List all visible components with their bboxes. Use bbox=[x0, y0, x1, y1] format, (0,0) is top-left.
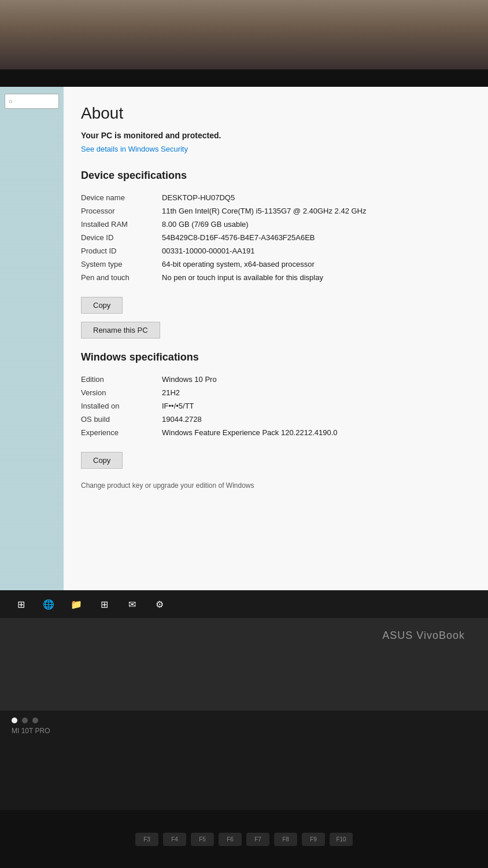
spec-label: Device ID bbox=[81, 231, 162, 244]
spec-value: Windows 10 Pro bbox=[162, 373, 465, 386]
keyboard-key[interactable]: F8 bbox=[274, 833, 297, 846]
spec-label: Pen and touch bbox=[81, 271, 162, 284]
page-title: About bbox=[81, 104, 465, 123]
camera-palm-area bbox=[0, 653, 488, 711]
phone-model-text: MI 10T PRO bbox=[12, 727, 50, 735]
asus-branding-bar: ASUS VivoBook bbox=[0, 618, 488, 653]
table-row: Device ID54B429C8-D16F-4576-B4E7-A3463F2… bbox=[81, 231, 465, 244]
windows-specs-table: EditionWindows 10 ProVersion21H2Installe… bbox=[81, 373, 465, 439]
store-icon[interactable]: ⊞ bbox=[95, 595, 113, 613]
table-row: OS build19044.2728 bbox=[81, 413, 465, 426]
table-row: ExperienceWindows Feature Experience Pac… bbox=[81, 426, 465, 439]
sidebar-search-box[interactable]: ○ bbox=[5, 94, 59, 109]
mail-icon[interactable]: ✉ bbox=[123, 595, 141, 613]
asus-brand-text: ASUS VivoBook bbox=[382, 630, 465, 642]
rename-pc-button[interactable]: Rename this PC bbox=[81, 322, 160, 339]
main-content: About Your PC is monitored and protected… bbox=[64, 87, 488, 590]
black-bar bbox=[0, 69, 488, 87]
device-specs-table: Device nameDESKTOP-HU07DQ5Processor11th … bbox=[81, 191, 465, 284]
windows-specs-title: Windows specifications bbox=[81, 351, 465, 363]
bottom-link[interactable]: Change product key or upgrade your editi… bbox=[81, 481, 465, 490]
sidebar: ○ bbox=[0, 87, 64, 590]
spec-value: IF••/•5/TT bbox=[162, 399, 465, 413]
keyboard-key[interactable]: F10 bbox=[330, 833, 353, 846]
edge-icon[interactable]: 🌐 bbox=[39, 595, 58, 613]
spec-value: 8.00 GB (7/69 GB usable) bbox=[162, 218, 465, 231]
keyboard-key[interactable]: F3 bbox=[135, 833, 158, 846]
spec-label: Device name bbox=[81, 191, 162, 204]
spec-label: OS build bbox=[81, 413, 162, 426]
table-row: Version21H2 bbox=[81, 386, 465, 399]
keyboard-key[interactable]: F6 bbox=[219, 833, 242, 846]
windows-screen: ○ About Your PC is monitored and protect… bbox=[0, 87, 488, 590]
keyboard-key[interactable]: F7 bbox=[246, 833, 269, 846]
spec-label: Edition bbox=[81, 373, 162, 386]
settings-icon[interactable]: ⚙ bbox=[150, 595, 169, 613]
table-row: Processor11th Gen Intel(R) Core(TM) i5-1… bbox=[81, 204, 465, 218]
keyboard-key[interactable]: F5 bbox=[191, 833, 214, 846]
table-row: Installed RAM8.00 GB (7/69 GB usable) bbox=[81, 218, 465, 231]
copy-device-button[interactable]: Copy bbox=[81, 297, 123, 314]
spec-label: Installed RAM bbox=[81, 218, 162, 231]
photo-background bbox=[0, 0, 488, 69]
windows-buttons: Copy bbox=[81, 446, 465, 472]
search-icon: ○ bbox=[9, 98, 13, 105]
spec-value: 54B429C8-D16F-4576-B4E7-A3463F25A6EB bbox=[162, 231, 465, 244]
spec-label: Installed on bbox=[81, 399, 162, 413]
spec-label: Processor bbox=[81, 204, 162, 218]
spec-value: No pen or touch input is available for t… bbox=[162, 271, 465, 284]
spec-label: System type bbox=[81, 258, 162, 271]
table-row: EditionWindows 10 Pro bbox=[81, 373, 465, 386]
keyboard-row: F3F4F5F6F7F8F9F10 bbox=[0, 810, 488, 868]
phone-camera-dots bbox=[12, 718, 38, 723]
table-row: Installed onIF••/•5/TT bbox=[81, 399, 465, 413]
spec-label: Product ID bbox=[81, 244, 162, 258]
explorer-icon[interactable]: 📁 bbox=[67, 595, 86, 613]
table-row: Product ID00331-10000-00001-AA191 bbox=[81, 244, 465, 258]
spec-label: Version bbox=[81, 386, 162, 399]
phone-bottom-area: MI 10T PRO bbox=[0, 711, 488, 810]
copy-windows-button[interactable]: Copy bbox=[81, 452, 123, 469]
spec-value: 19044.2728 bbox=[162, 413, 465, 426]
spec-value: 11th Gen Intel(R) Core(TM) i5-1135G7 @ 2… bbox=[162, 204, 465, 218]
spec-value: 21H2 bbox=[162, 386, 465, 399]
table-row: System type64-bit operating system, x64-… bbox=[81, 258, 465, 271]
spec-label: Experience bbox=[81, 426, 162, 439]
table-row: Device nameDESKTOP-HU07DQ5 bbox=[81, 191, 465, 204]
table-row: Pen and touchNo pen or touch input is av… bbox=[81, 271, 465, 284]
start-icon[interactable]: ⊞ bbox=[12, 595, 30, 613]
taskbar: ⊞🌐📁⊞✉⚙ bbox=[0, 590, 488, 618]
device-buttons: Copy Rename this PC bbox=[81, 291, 465, 342]
spec-value: Windows Feature Experience Pack 120.2212… bbox=[162, 426, 465, 439]
spec-value: DESKTOP-HU07DQ5 bbox=[162, 191, 465, 204]
phone-dot-3 bbox=[32, 718, 38, 723]
spec-value: 00331-10000-00001-AA191 bbox=[162, 244, 465, 258]
protection-status: Your PC is monitored and protected. bbox=[81, 131, 465, 140]
phone-dot-1 bbox=[12, 718, 17, 723]
keyboard-key[interactable]: F4 bbox=[163, 833, 186, 846]
phone-dot-2 bbox=[22, 718, 28, 723]
device-specs-title: Device specifications bbox=[81, 170, 465, 182]
windows-security-link[interactable]: See details in Windows Security bbox=[81, 145, 188, 153]
spec-value: 64-bit operating system, x64-based proce… bbox=[162, 258, 465, 271]
keyboard-key[interactable]: F9 bbox=[302, 833, 325, 846]
